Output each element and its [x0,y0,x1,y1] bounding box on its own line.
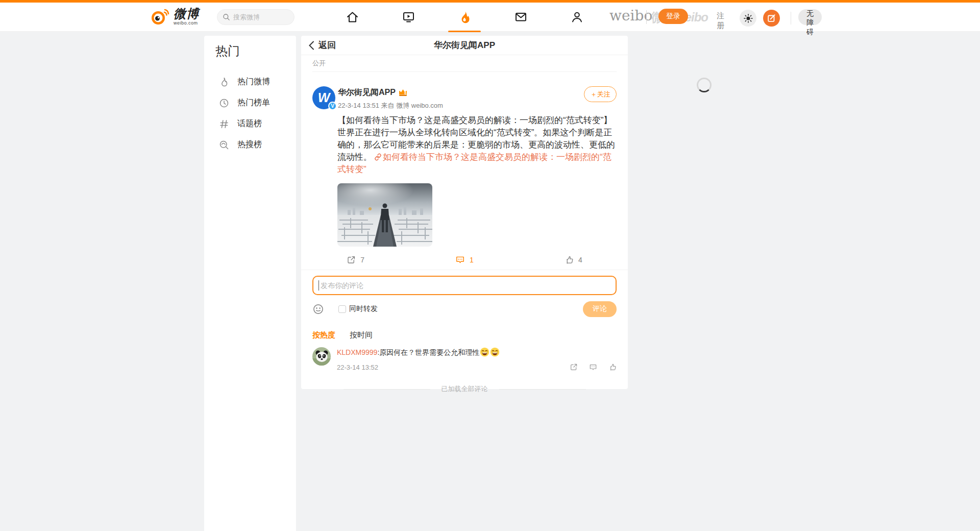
author-name[interactable]: 华尔街见闻APP [338,87,396,98]
post-link[interactable]: 如何看待当下市场？这是高盛交易员的解读：一场剧烈的“范式转变” [337,152,611,174]
laugh-emoji [490,350,500,358]
commenter-name[interactable]: KLDXM9999 [337,348,377,356]
comment-input[interactable] [312,276,617,295]
sidebar-item-label: 话题榜 [237,118,262,129]
accessibility-button[interactable]: 无障碍 [798,9,822,25]
compose-button[interactable] [763,10,780,27]
like-count: 4 [578,256,582,264]
like-button[interactable]: 4 [519,250,628,270]
hashtag-icon [218,118,230,130]
laugh-emoji [480,350,489,358]
nav-messages-icon[interactable] [505,3,536,32]
sidebar-item-label: 热搜榜 [237,139,262,150]
tab-sort-by-hot[interactable]: 按热度 [312,330,335,340]
share-icon [570,363,578,371]
login-button[interactable]: 登录 [658,9,688,24]
emoji-picker-button[interactable] [312,303,324,315]
comment-icon [455,255,465,264]
smiley-icon [312,303,324,315]
divider [791,12,791,25]
comment-row: KLDXM9999:原因何在？世界需要公允和理性 22-3-14 13:52 [301,340,628,371]
weibo-eye-icon [151,8,170,26]
divider [499,389,586,390]
logo-domain-text: weibo.com [174,21,199,26]
divider [344,389,430,390]
repost-toggle[interactable]: 同时转发 [338,304,378,313]
post-header: W V 华尔街见闻APP 6 22-3-14 13:51 来自 微博 weibo… [312,86,617,110]
thumbs-up-icon [608,363,617,371]
flame-icon [218,77,230,88]
visibility-label: 公开 [301,55,628,68]
comment-timestamp: 22-3-14 13:52 [337,364,378,371]
nav-hot-icon[interactable] [449,3,480,32]
post-timestamp: 22-3-14 13:51 来自 微博 weibo.com [338,101,443,110]
trend-search-icon [218,139,230,151]
sidebar-item-label: 热门榜单 [237,98,270,108]
share-button[interactable]: 7 [301,250,410,270]
follow-button[interactable]: ＋关注 [584,86,617,102]
weibo-logo[interactable]: 微博 weibo.com [151,8,199,26]
compose-icon [767,14,776,22]
nav-video-icon[interactable] [393,3,424,32]
share-count: 7 [360,256,364,264]
thumbs-up-icon [565,255,574,264]
post-action-bar: 7 1 4 [301,250,628,270]
verified-badge-icon: V [328,102,337,110]
post-image[interactable] [337,183,432,247]
text-caret [318,280,319,291]
comments-end-notice: 已加载全部评论 [301,384,628,394]
sidebar-item-hot-weibo[interactable]: 热门微博 [204,71,296,92]
svg-text:6: 6 [404,91,406,95]
post-text: 【如何看待当下市场？这是高盛交易员的解读：一场剧烈的“范式转变”】世界正在进行一… [337,114,617,176]
comment-like-button[interactable] [608,363,617,371]
comment-share-button[interactable] [570,363,578,371]
search-box[interactable] [217,9,295,25]
divider [646,10,647,24]
comment-text: :原因何在？世界需要公允和理性 [377,348,479,356]
nav-profile-icon[interactable] [561,3,592,32]
submit-comment-button[interactable]: 评论 [583,301,617,317]
link-icon [374,153,382,161]
sun-icon [744,14,753,23]
tab-sort-by-time[interactable]: 按时间 [350,330,373,340]
sidebar-item-topic-rank[interactable]: 话题榜 [204,113,296,134]
comment-icon [589,363,597,371]
search-input[interactable] [233,13,284,21]
repost-label: 同时转发 [349,304,378,313]
search-icon [223,13,230,21]
back-button[interactable]: 返回 [308,39,336,51]
nav-home-icon[interactable] [337,3,368,32]
author-avatar[interactable]: W V [312,86,335,109]
divider [312,71,617,72]
sidebar-item-label: 热门微博 [237,77,270,87]
register-link[interactable]: 注册 [717,11,724,31]
comment-count: 1 [470,256,474,264]
clock-icon [218,98,230,109]
comment-reply-button[interactable] [589,363,597,371]
sidebar-item-hot-rank[interactable]: 热门榜单 [204,92,296,113]
top-navbar: 微博 weibo.com [0,0,980,32]
commenter-avatar[interactable] [312,347,331,366]
page-title: 华尔街见闻APP [301,39,628,51]
comment-sort-tabs: 按热度 按时间 [301,322,628,340]
comment-composer: 同时转发 评论 [301,270,628,322]
logo-brand-text: 微博 [174,8,199,20]
back-label: 返回 [318,39,336,51]
sidebar-item-search-rank[interactable]: 热搜榜 [204,134,296,155]
weibo-page: 微博 weibo.com [0,0,980,531]
vip-crown-icon: 6 [398,88,408,97]
theme-toggle-button[interactable] [740,10,756,27]
post-detail-card: 返回 华尔街见闻APP 公开 W V 华尔街见闻APP 6 22- [301,36,628,389]
share-icon [347,255,356,264]
repost-checkbox[interactable] [338,305,346,313]
sidebar-title: 热门 [204,36,296,59]
hot-sidebar: 热门 热门微博 热门榜单 [204,36,296,531]
chevron-left-icon [308,41,314,50]
comment-button[interactable]: 1 [410,250,519,270]
detail-header: 返回 华尔街见闻APP [301,36,628,55]
loading-spinner [697,78,712,92]
